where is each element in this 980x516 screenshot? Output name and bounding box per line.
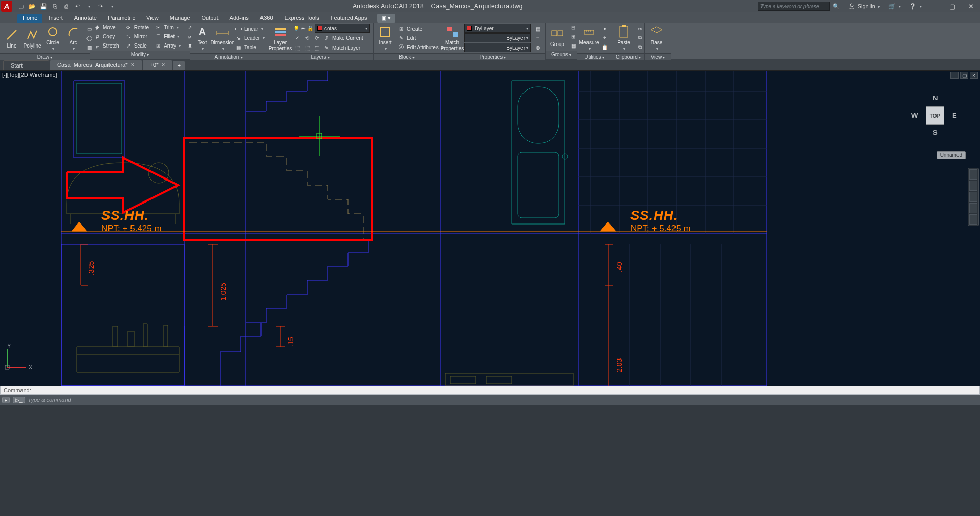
help-search-input[interactable]: Type a keyword or phrase bbox=[758, 2, 830, 11]
navigation-bar[interactable] bbox=[968, 168, 979, 226]
match-properties-button[interactable]: Match Properties bbox=[443, 23, 461, 53]
util-mini2[interactable]: ⌖ bbox=[601, 33, 609, 42]
nav-showmotion-icon[interactable] bbox=[969, 214, 977, 225]
tab-addins[interactable]: Add-ins bbox=[225, 14, 254, 23]
util-mini3[interactable]: 📋 bbox=[601, 42, 609, 52]
insert-button[interactable]: Insert▾ bbox=[377, 23, 394, 53]
prop-mini1[interactable]: ▤ bbox=[534, 24, 542, 33]
window-minimize[interactable]: — bbox=[925, 0, 943, 12]
util-mini1[interactable]: ✦ bbox=[601, 24, 609, 33]
tab-featured[interactable]: Featured Apps bbox=[325, 14, 373, 23]
copy-button[interactable]: ⧉Copy bbox=[93, 32, 119, 41]
nav-pan-icon[interactable] bbox=[969, 181, 977, 191]
tab-insert[interactable]: Insert bbox=[43, 14, 68, 23]
close-icon[interactable]: × bbox=[131, 61, 135, 69]
qa-save-icon[interactable]: 💾 bbox=[38, 2, 49, 11]
prop-mini2[interactable]: ≡ bbox=[534, 33, 542, 42]
utils-panel-title[interactable]: Utilities bbox=[577, 53, 612, 60]
trim-button[interactable]: ✂Trim▾ bbox=[154, 23, 181, 32]
prop-mini3[interactable]: ◍ bbox=[534, 42, 542, 52]
viewcube-s[interactable]: S bbox=[933, 129, 938, 137]
file-tab[interactable]: Casa_Marcos_Arquitectura*× bbox=[50, 60, 142, 70]
array-button[interactable]: ⊞Array▾ bbox=[154, 41, 181, 51]
drawing-viewport[interactable]: [-][Top][2D Wireframe] — ▢ × bbox=[0, 71, 980, 386]
clip-mini1[interactable]: ✂ bbox=[636, 24, 644, 33]
fillet-button[interactable]: ⌒Fillet▾ bbox=[154, 32, 181, 41]
new-tab[interactable]: +0*× bbox=[143, 60, 172, 70]
app-logo[interactable]: A bbox=[1, 1, 12, 12]
viewcube-w[interactable]: W bbox=[911, 111, 918, 119]
nav-zoom-icon[interactable] bbox=[969, 192, 977, 202]
linetype-dropdown[interactable]: ByLayer▾ bbox=[464, 43, 531, 52]
dimension-button[interactable]: Dimension▾ bbox=[214, 23, 231, 53]
props-panel-title[interactable]: Properties bbox=[440, 53, 545, 60]
command-history[interactable]: Command: bbox=[0, 386, 980, 395]
table-button[interactable]: ▦Table bbox=[234, 42, 265, 52]
ribbon-state-toggle[interactable]: ▣ ▾ bbox=[377, 14, 395, 23]
view-panel-title[interactable]: View bbox=[645, 53, 671, 60]
edit-attr-button[interactable]: ⒶEdit Attributes▾ bbox=[397, 42, 443, 52]
group-button[interactable]: Group bbox=[549, 24, 566, 49]
tab-output[interactable]: Output bbox=[197, 14, 224, 23]
match-layer-button[interactable]: ⬚⬚⬚✎Match Layer bbox=[293, 43, 370, 52]
measure-button[interactable]: Measure▾ bbox=[580, 23, 598, 53]
qa-undo-dd[interactable]: ▾ bbox=[84, 2, 94, 11]
qa-undo-icon[interactable]: ↶ bbox=[72, 2, 82, 11]
rotate-button[interactable]: ⟳Rotate bbox=[124, 23, 149, 32]
tab-annotate[interactable]: Annotate bbox=[69, 14, 102, 23]
qa-saveas-icon[interactable]: ⎘ bbox=[50, 2, 60, 11]
layer-lock-icon[interactable]: 🔓 bbox=[307, 26, 313, 31]
base-button[interactable]: Base▾ bbox=[648, 23, 665, 53]
tab-a360[interactable]: A360 bbox=[255, 14, 278, 23]
groups-mini2[interactable]: ⊞ bbox=[569, 32, 577, 41]
move-button[interactable]: ✥Move bbox=[93, 23, 119, 32]
qa-open-icon[interactable]: 📂 bbox=[27, 2, 37, 11]
tab-view[interactable]: View bbox=[141, 14, 164, 23]
add-tab-button[interactable]: + bbox=[173, 61, 184, 70]
stretch-button[interactable]: ↔Stretch bbox=[93, 41, 119, 51]
start-tab[interactable]: Start bbox=[3, 60, 49, 70]
window-maximize[interactable]: ▢ bbox=[943, 0, 962, 12]
tab-parametric[interactable]: Parametric bbox=[103, 14, 140, 23]
clip-mini3[interactable]: ⧉ bbox=[636, 42, 644, 52]
arc-button[interactable]: Arc▾ bbox=[64, 23, 82, 53]
leader-button[interactable]: ↘Leader▾ bbox=[234, 33, 265, 42]
viewport-max-icon[interactable]: ▢ bbox=[960, 72, 968, 79]
exchange-icon[interactable]: 🛒 bbox=[888, 3, 896, 10]
qa-plot-icon[interactable]: ⎙ bbox=[61, 2, 71, 11]
viewport-min-icon[interactable]: — bbox=[950, 72, 959, 79]
mirror-button[interactable]: ⇋Mirror bbox=[124, 32, 149, 41]
clip-panel-title[interactable]: Clipboard bbox=[612, 53, 644, 60]
clip-mini2[interactable]: ⧉ bbox=[636, 33, 644, 42]
text-button[interactable]: AText▾ bbox=[193, 23, 211, 53]
infocenter-icon[interactable]: 🔍 bbox=[833, 3, 840, 10]
tab-express[interactable]: Express Tools bbox=[279, 14, 324, 23]
command-input[interactable]: Type a command bbox=[28, 397, 978, 403]
block-panel-title[interactable]: Block bbox=[374, 53, 440, 60]
sign-in-button[interactable]: Sign In ▾ bbox=[848, 3, 880, 9]
xref-icon[interactable]: ▾ bbox=[899, 4, 901, 9]
help-icon[interactable]: ❔ bbox=[909, 3, 917, 10]
layer-state-icon[interactable]: 💡 bbox=[293, 26, 299, 31]
qa-redo-icon[interactable]: ↷ bbox=[95, 2, 105, 11]
color-dropdown[interactable]: ByLayer▾ bbox=[464, 24, 531, 33]
groups-mini1[interactable]: ⊟ bbox=[569, 23, 577, 32]
viewcube-face[interactable]: TOP bbox=[926, 106, 944, 125]
viewcube-n[interactable]: N bbox=[933, 94, 938, 102]
cmd-recent-icon[interactable]: ▸ bbox=[2, 397, 10, 403]
create-block-button[interactable]: ⊞Create bbox=[397, 24, 443, 33]
viewport-close-icon[interactable]: × bbox=[970, 72, 978, 79]
qa-redo-dd[interactable]: ▾ bbox=[107, 2, 117, 11]
make-current-button[interactable]: ✓⟲⟳⤴Make Current bbox=[293, 33, 370, 42]
groups-panel-title[interactable]: Groups bbox=[546, 51, 577, 59]
lineweight-dropdown[interactable]: ByLayer▾ bbox=[464, 33, 531, 42]
modify-panel-title[interactable]: Modify bbox=[90, 51, 190, 59]
line-button[interactable]: Line bbox=[3, 26, 20, 51]
close-icon[interactable]: × bbox=[161, 61, 165, 69]
polyline-button[interactable]: Polyline bbox=[24, 26, 41, 51]
tab-manage[interactable]: Manage bbox=[165, 14, 195, 23]
window-close[interactable]: ✕ bbox=[962, 0, 980, 12]
layer-properties-button[interactable]: Layer Properties bbox=[270, 23, 290, 53]
view-cube[interactable]: TOP N S E W Unnamed bbox=[904, 85, 966, 146]
draw-panel-title[interactable]: Draw bbox=[0, 53, 90, 60]
